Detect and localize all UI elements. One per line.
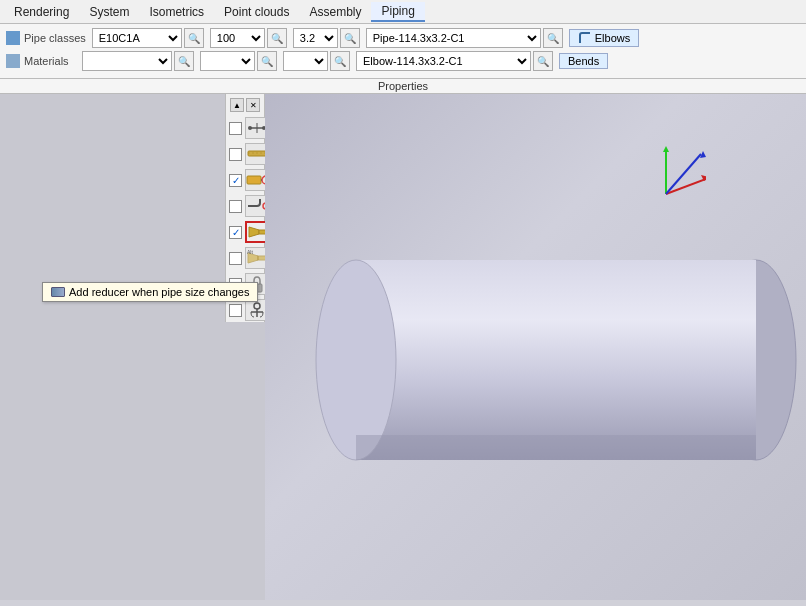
- ribbon-row-2: Materials 🔍 🔍 🔍 Elbow-114.3x3.2-C1 🔍 Ben…: [6, 51, 800, 71]
- tool-checkbox-2[interactable]: [229, 148, 242, 161]
- svg-point-28: [316, 260, 396, 460]
- materials-extra-input-group: 🔍: [283, 51, 350, 71]
- menu-system[interactable]: System: [79, 3, 139, 21]
- materials-size-search-btn[interactable]: 🔍: [257, 51, 277, 71]
- menu-point-clouds[interactable]: Point clouds: [214, 3, 299, 21]
- svg-marker-11: [249, 227, 259, 237]
- svg-point-1: [248, 126, 252, 130]
- pipe-class-input-group: E10C1A 🔍: [92, 28, 204, 48]
- tool-row-2: [226, 142, 264, 166]
- svg-rect-29: [356, 435, 756, 460]
- bends-label: Bends: [568, 55, 599, 67]
- main-area: ▲ ✕: [0, 94, 806, 600]
- tool-checkbox-1[interactable]: [229, 122, 242, 135]
- tool-row-4: [226, 194, 264, 218]
- menu-isometrics[interactable]: Isometrics: [139, 3, 214, 21]
- toolbar-up-btn[interactable]: ▲: [230, 98, 244, 112]
- tool-checkbox-3[interactable]: [229, 174, 242, 187]
- tool-row-3: [226, 168, 264, 192]
- tool-checkbox-4[interactable]: [229, 200, 242, 213]
- materials-input-group: 🔍: [82, 51, 194, 71]
- ribbon: Pipe classes E10C1A 🔍 100 🔍 3.2 🔍 Pipe-1…: [0, 24, 806, 79]
- size1-select[interactable]: 100: [210, 28, 265, 48]
- materials-extra-select[interactable]: [283, 51, 328, 71]
- tooltip-text: Add reducer when pipe size changes: [69, 286, 249, 298]
- svg-text:Alt: Alt: [247, 249, 253, 255]
- materials-size-select[interactable]: [200, 51, 255, 71]
- tool-checkbox-5[interactable]: [229, 226, 242, 239]
- materials-text: Materials: [24, 55, 69, 67]
- pipe-name-input-group: Pipe-114.3x3.2-C1 🔍: [366, 28, 563, 48]
- elbows-button[interactable]: Elbows: [569, 29, 639, 47]
- size1-search-btn[interactable]: 🔍: [267, 28, 287, 48]
- tool-row-6: Alt: [226, 246, 264, 270]
- ribbon-row-1: Pipe classes E10C1A 🔍 100 🔍 3.2 🔍 Pipe-1…: [6, 28, 800, 48]
- pipe-classes-label: Pipe classes: [6, 31, 86, 45]
- pipe-class-icon: [6, 31, 20, 45]
- materials-search-btn[interactable]: 🔍: [174, 51, 194, 71]
- elbow-name-search-btn[interactable]: 🔍: [533, 51, 553, 71]
- pipe-class-search-btn[interactable]: 🔍: [184, 28, 204, 48]
- materials-icon: [6, 54, 20, 68]
- menu-bar: Rendering System Isometrics Point clouds…: [0, 0, 806, 24]
- svg-rect-27: [356, 260, 756, 460]
- pipe-name-search-btn[interactable]: 🔍: [543, 28, 563, 48]
- properties-label: Properties: [378, 80, 428, 92]
- svg-point-17: [254, 303, 260, 309]
- pipe-class-select[interactable]: E10C1A: [92, 28, 182, 48]
- menu-rendering[interactable]: Rendering: [4, 3, 79, 21]
- elbow-name-input-group: Elbow-114.3x3.2-C1 🔍: [356, 51, 553, 71]
- size2-input-group: 3.2 🔍: [293, 28, 360, 48]
- tooltip-icon: [51, 287, 65, 297]
- svg-rect-6: [247, 176, 261, 184]
- coordinate-axes: [646, 144, 706, 204]
- elbows-label: Elbows: [595, 32, 630, 44]
- materials-select[interactable]: [82, 51, 172, 71]
- svg-rect-4: [248, 151, 266, 156]
- properties-bar: Properties: [0, 79, 806, 94]
- tool-row-5: [226, 220, 264, 244]
- tool-checkbox-6[interactable]: [229, 252, 242, 265]
- materials-size-input-group: 🔍: [200, 51, 277, 71]
- menu-piping[interactable]: Piping: [371, 2, 424, 22]
- pipe-classes-text: Pipe classes: [24, 32, 86, 44]
- tool-checkbox-8[interactable]: [229, 304, 242, 317]
- svg-marker-21: [663, 146, 669, 152]
- tooltip: Add reducer when pipe size changes: [42, 282, 258, 302]
- pipe-name-select[interactable]: Pipe-114.3x3.2-C1: [366, 28, 541, 48]
- elbows-icon: [578, 31, 592, 45]
- size2-search-btn[interactable]: 🔍: [340, 28, 360, 48]
- toolbar-close-btn[interactable]: ✕: [246, 98, 260, 112]
- bends-button[interactable]: Bends: [559, 53, 608, 69]
- materials-extra-search-btn[interactable]: 🔍: [330, 51, 350, 71]
- menu-assembly[interactable]: Assembly: [299, 3, 371, 21]
- viewport-3d[interactable]: [265, 94, 806, 600]
- tool-row-1: [226, 116, 264, 140]
- elbow-name-select[interactable]: Elbow-114.3x3.2-C1: [356, 51, 531, 71]
- toolbar-top-controls: ▲ ✕: [226, 98, 264, 112]
- materials-label: Materials: [6, 54, 76, 68]
- size2-select[interactable]: 3.2: [293, 28, 338, 48]
- left-panel: ▲ ✕: [0, 94, 265, 600]
- size1-input-group: 100 🔍: [210, 28, 287, 48]
- pipe-3d-render: [306, 240, 806, 560]
